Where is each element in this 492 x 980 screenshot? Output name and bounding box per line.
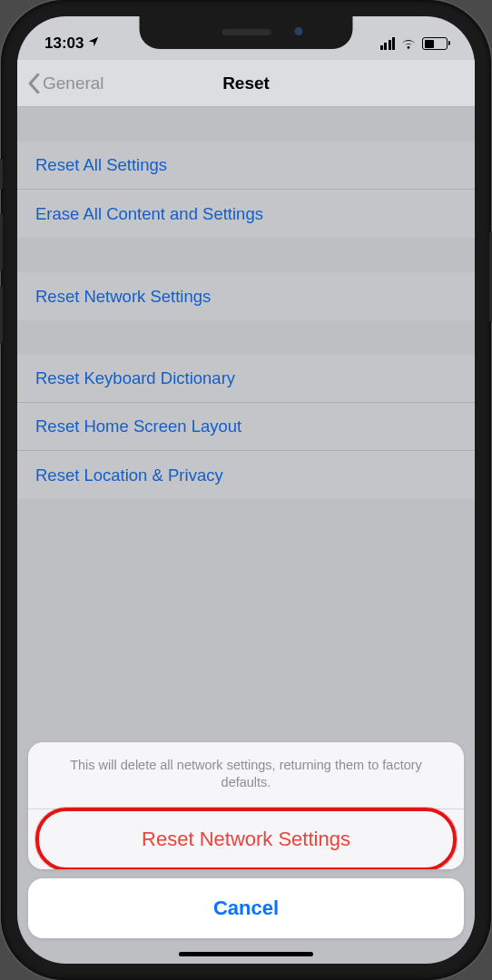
mute-switch <box>0 159 3 190</box>
chevron-left-icon <box>28 74 40 93</box>
wifi-icon <box>400 37 417 50</box>
volume-down-button <box>0 286 3 344</box>
location-arrow-icon <box>87 35 100 51</box>
cancel-button[interactable]: Cancel <box>28 878 464 938</box>
screen: 13:03 General Reset R <box>17 16 475 964</box>
action-sheet: This will delete all network settings, r… <box>28 742 464 947</box>
content-area: Reset All Settings Erase All Content and… <box>17 107 475 964</box>
cellular-signal-icon <box>380 37 396 50</box>
back-label: General <box>43 74 104 93</box>
button-label: Cancel <box>213 897 279 920</box>
action-sheet-message: This will delete all network settings, r… <box>28 742 464 809</box>
battery-icon <box>422 37 448 50</box>
notch <box>140 16 353 49</box>
navigation-bar: General Reset <box>17 60 475 107</box>
volume-up-button <box>0 213 3 271</box>
action-sheet-card: This will delete all network settings, r… <box>28 742 464 869</box>
status-time: 13:03 <box>44 34 84 53</box>
device-frame: 13:03 General Reset R <box>1 0 491 980</box>
button-label: Reset Network Settings <box>142 828 350 851</box>
home-indicator[interactable] <box>179 952 313 956</box>
back-button[interactable]: General <box>28 74 104 93</box>
confirm-reset-network-button[interactable]: Reset Network Settings <box>28 809 464 869</box>
page-title: Reset <box>222 74 270 93</box>
